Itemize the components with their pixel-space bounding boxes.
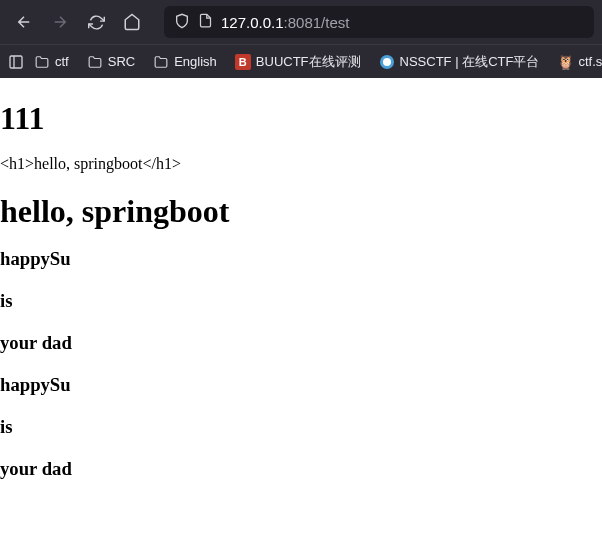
shield-icon <box>174 13 190 32</box>
browser-toolbar: 127.0.0.1:8081/test <box>0 0 602 44</box>
text-line: happySu <box>0 248 602 270</box>
text-line: happySu <box>0 374 602 396</box>
bookmark-folder-english[interactable]: English <box>145 50 225 73</box>
text-line: your dad <box>0 458 602 480</box>
bookmark-label: English <box>174 54 217 69</box>
bookmark-label: ctf.sho <box>578 54 602 69</box>
svg-rect-0 <box>10 56 22 68</box>
folder-icon <box>87 55 103 69</box>
page-content: 111 <h1>hello, springboot</h1> hello, sp… <box>0 100 602 480</box>
bookmark-folder-src[interactable]: SRC <box>79 50 143 73</box>
heading-111: 111 <box>0 100 602 137</box>
url-path: :8081/test <box>284 14 350 31</box>
escaped-html-text: <h1>hello, springboot</h1> <box>0 155 602 173</box>
heading-hello: hello, springboot <box>0 193 602 230</box>
favicon-icon <box>379 54 395 70</box>
bookmark-folder-ctf[interactable]: ctf <box>26 50 77 73</box>
text-line: is <box>0 416 602 438</box>
url-text: 127.0.0.1:8081/test <box>221 14 349 31</box>
folder-icon <box>153 55 169 69</box>
url-host: 127.0.0.1 <box>221 14 284 31</box>
address-bar[interactable]: 127.0.0.1:8081/test <box>164 6 594 38</box>
svg-point-3 <box>383 58 391 66</box>
favicon-icon: B <box>235 54 251 70</box>
forward-button[interactable] <box>44 6 76 38</box>
page-icon <box>198 13 213 31</box>
bookmark-label: SRC <box>108 54 135 69</box>
folder-icon <box>34 55 50 69</box>
back-button[interactable] <box>8 6 40 38</box>
home-button[interactable] <box>116 6 148 38</box>
favicon-icon: 🦉 <box>557 54 573 70</box>
bookmark-link-buuctf[interactable]: B BUUCTF在线评测 <box>227 49 369 75</box>
sidebar-toggle-icon[interactable] <box>8 48 24 76</box>
bookmark-label: BUUCTF在线评测 <box>256 53 361 71</box>
bookmark-link-nssctf[interactable]: NSSCTF | 在线CTF平台 <box>371 49 548 75</box>
text-line: your dad <box>0 332 602 354</box>
bookmark-label: ctf <box>55 54 69 69</box>
reload-button[interactable] <box>80 6 112 38</box>
bookmarks-bar: ctf SRC English B BUUCTF在线评测 NSSCTF | 在线… <box>0 44 602 78</box>
bookmark-link-ctfshow[interactable]: 🦉 ctf.sho <box>549 50 602 74</box>
text-line: is <box>0 290 602 312</box>
bookmark-label: NSSCTF | 在线CTF平台 <box>400 53 540 71</box>
